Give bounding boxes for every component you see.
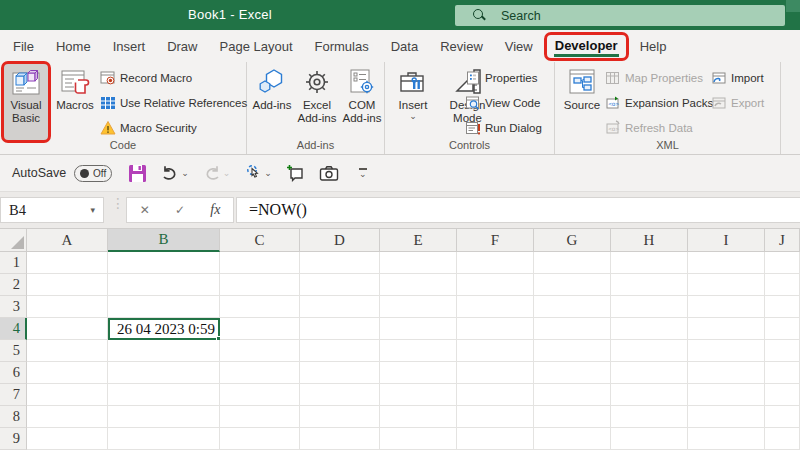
cell-D2[interactable] [300, 274, 380, 296]
cell-A4[interactable] [27, 318, 108, 340]
formula-bar-grip-icon[interactable]: ⋮ [111, 200, 125, 207]
new-comment-button[interactable] [286, 164, 305, 182]
column-header-A[interactable]: A [27, 229, 108, 252]
cell-B7[interactable] [108, 384, 220, 406]
import-button[interactable]: Import [711, 65, 764, 90]
column-header-B[interactable]: B [108, 229, 220, 252]
tab-review[interactable]: Review [440, 39, 483, 54]
search-input[interactable]: Search [455, 5, 785, 26]
touch-mouse-mode-button[interactable]: ⌄ [244, 164, 272, 182]
cell-C6[interactable] [220, 362, 300, 384]
cell-F7[interactable] [457, 384, 534, 406]
cell-E1[interactable] [380, 252, 457, 274]
cell-F3[interactable] [457, 296, 534, 318]
row-header-7[interactable]: 7 [0, 384, 27, 406]
cell-H7[interactable] [611, 384, 688, 406]
cell-J6[interactable] [765, 362, 800, 384]
tab-page-layout[interactable]: Page Layout [220, 39, 293, 54]
cancel-icon[interactable]: ✕ [140, 203, 150, 217]
excel-addins-button[interactable]: Excel Add-ins [294, 64, 340, 142]
column-header-D[interactable]: D [300, 229, 380, 252]
row-header-2[interactable]: 2 [0, 274, 27, 296]
row-header-8[interactable]: 8 [0, 406, 27, 428]
cell-A9[interactable] [27, 428, 108, 450]
cell-D5[interactable] [300, 340, 380, 362]
cell-E2[interactable] [380, 274, 457, 296]
cell-C7[interactable] [220, 384, 300, 406]
autosave-control[interactable]: AutoSave Off [12, 165, 112, 182]
undo-dropdown-chevron-icon[interactable]: ⌄ [181, 169, 189, 177]
tab-view[interactable]: View [505, 39, 533, 54]
cell-G4[interactable] [534, 318, 611, 340]
cell-H5[interactable] [611, 340, 688, 362]
cell-D6[interactable] [300, 362, 380, 384]
row-header-3[interactable]: 3 [0, 296, 27, 318]
cell-B2[interactable] [108, 274, 220, 296]
name-box[interactable]: B4 ▾ [0, 197, 104, 223]
cell-I5[interactable] [688, 340, 765, 362]
column-header-I[interactable]: I [688, 229, 765, 252]
cell-I8[interactable] [688, 406, 765, 428]
properties-button[interactable]: Properties [465, 65, 542, 90]
autosave-toggle[interactable]: Off [74, 165, 112, 182]
cell-H4[interactable] [611, 318, 688, 340]
cell-D4[interactable] [300, 318, 380, 340]
cell-H8[interactable] [611, 406, 688, 428]
insert-function-button[interactable]: fx [210, 202, 220, 218]
cell-C3[interactable] [220, 296, 300, 318]
cell-H2[interactable] [611, 274, 688, 296]
row-header-5[interactable]: 5 [0, 340, 27, 362]
cell-I6[interactable] [688, 362, 765, 384]
cell-E4[interactable] [380, 318, 457, 340]
cell-F2[interactable] [457, 274, 534, 296]
cell-B6[interactable] [108, 362, 220, 384]
insert-control-button[interactable]: Insert ⌄ [390, 64, 436, 142]
cell-I2[interactable] [688, 274, 765, 296]
column-header-E[interactable]: E [380, 229, 457, 252]
cell-I9[interactable] [688, 428, 765, 450]
cell-G3[interactable] [534, 296, 611, 318]
row-header-4[interactable]: 4 [0, 318, 27, 340]
cell-E9[interactable] [380, 428, 457, 450]
row-header-6[interactable]: 6 [0, 362, 27, 384]
cell-D1[interactable] [300, 252, 380, 274]
cell-A3[interactable] [27, 296, 108, 318]
tab-file[interactable]: File [13, 39, 34, 54]
tab-insert[interactable]: Insert [113, 39, 146, 54]
cell-G7[interactable] [534, 384, 611, 406]
cell-F1[interactable] [457, 252, 534, 274]
undo-button[interactable]: ⌄ [161, 164, 189, 182]
record-macro-button[interactable]: Record Macro [100, 65, 247, 90]
cell-A7[interactable] [27, 384, 108, 406]
cell-J7[interactable] [765, 384, 800, 406]
cell-C4[interactable] [220, 318, 300, 340]
cell-C9[interactable] [220, 428, 300, 450]
cell-B9[interactable] [108, 428, 220, 450]
column-header-C[interactable]: C [220, 229, 300, 252]
cell-H9[interactable] [611, 428, 688, 450]
cell-H3[interactable] [611, 296, 688, 318]
visual-basic-button[interactable]: Visual Basic [4, 64, 48, 142]
formula-input[interactable]: =NOW() [236, 197, 800, 223]
cell-J8[interactable] [765, 406, 800, 428]
expansion-packs-button[interactable]: <o> Expansion Packs [605, 90, 713, 115]
touch-mode-dropdown-chevron-icon[interactable]: ⌄ [264, 169, 272, 177]
addins-button[interactable]: Add-ins [252, 64, 292, 142]
com-addins-button[interactable]: COM Add-ins [342, 64, 382, 142]
cell-J2[interactable] [765, 274, 800, 296]
cell-B1[interactable] [108, 252, 220, 274]
row-header-9[interactable]: 9 [0, 428, 27, 450]
cell-J4[interactable] [765, 318, 800, 340]
cell-F5[interactable] [457, 340, 534, 362]
cell-I7[interactable] [688, 384, 765, 406]
save-button[interactable] [128, 164, 147, 183]
cell-G6[interactable] [534, 362, 611, 384]
cell-I3[interactable] [688, 296, 765, 318]
source-button[interactable]: Source [560, 64, 604, 142]
cell-G1[interactable] [534, 252, 611, 274]
cell-G8[interactable] [534, 406, 611, 428]
view-code-button[interactable]: View Code [465, 90, 542, 115]
macro-security-button[interactable]: Macro Security [100, 115, 247, 140]
cell-H6[interactable] [611, 362, 688, 384]
cell-G2[interactable] [534, 274, 611, 296]
